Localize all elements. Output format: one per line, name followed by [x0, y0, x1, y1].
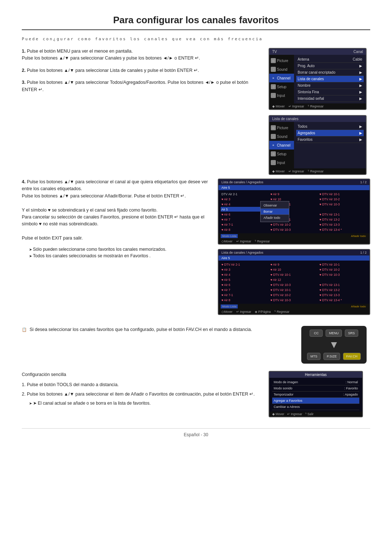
aggr-cell: ♥ DTV Air 2-1 [221, 262, 269, 267]
aggr-cell: ♥ Air 4 [221, 272, 269, 277]
menu-intensidad-label: Intensidad señal [298, 97, 324, 101]
p2-sound-icon: ♪ [271, 134, 276, 139]
tv-panel-1-header-right: Canal [354, 50, 363, 54]
menu-antena[interactable]: Antena Cable [296, 56, 364, 63]
remote-btn-cc[interactable]: CC [310, 330, 323, 337]
aggr-panel-1: Lista de canales / Agregados 1 / 2 Aire … [218, 179, 370, 245]
menu-borrar-canal[interactable]: Borrar canal encriptado ▶ [296, 69, 364, 76]
input-icon: → [271, 93, 276, 98]
tools-cambiar-aereos[interactable]: Cambiar a Aéreos [272, 404, 359, 410]
menu-sintonia[interactable]: Sintonía Fina ▶ [296, 89, 364, 95]
aggr-footer-mover: ◇Mover [221, 240, 233, 243]
aggr-panel-2: Lista de canales / Agregados 1 / 2 Aire … [218, 249, 370, 315]
p2-sidebar-setup[interactable]: ⚙ Setup [269, 150, 294, 158]
sound-icon: ♪ [271, 67, 276, 72]
menu-todos[interactable]: Todos ▶ [296, 123, 364, 130]
remote-btn-psize[interactable]: P.SIZE [323, 353, 340, 360]
aggr-cell: ♥ DTV Air 10-1 [270, 287, 318, 292]
p2-sidebar-sound[interactable]: ♪ Sound [269, 132, 294, 141]
setup-icon: ⚙ [271, 84, 276, 89]
sidebar-setup[interactable]: ⚙ Setup [269, 82, 294, 91]
tv-panel-2-body: ▤ Picture ♪ Sound ≡ Channel ⚙ Setup [269, 122, 366, 168]
step-3-text: Pulse los botones ▲/▼ para seleccionar T… [22, 80, 248, 92]
aggr-cell: ♥ Air 9 [270, 192, 318, 196]
tools-modo-sonido[interactable]: Modo sonido : Favorito [272, 385, 359, 392]
step-4-text3: Y el símbolo ♥ se sobreindicará y el can… [22, 208, 158, 213]
p2-sidebar-channel[interactable]: ≡ Channel [269, 141, 294, 150]
menu-sintonia-value: ▶ [359, 90, 362, 94]
sidebar-input[interactable]: → Input [269, 91, 294, 100]
step-1: 1. Pulse el botón MENU para ver el menoe… [22, 48, 261, 62]
aggr2-footer-regresar: ⁵ Regresar [274, 310, 289, 314]
ctx-borrar[interactable]: Borrar [261, 209, 289, 215]
remote-row-top: CC MENU SRS [310, 330, 358, 337]
aggr-cell: ♥ DTV Air 13-1 [319, 282, 367, 287]
tv-menu-panel-1: TV Canal ▤ Picture ♪ Sound ≡ Channel [269, 48, 367, 110]
menu-antena-value: Cable [353, 57, 362, 61]
anadir-todo-2: Añadir todo [350, 304, 367, 308]
sidebar-channel[interactable]: ≡ Channel [269, 74, 294, 82]
simple-config-title: Configuración sencilla [22, 371, 261, 378]
tools-panel-footer: ◆ Mover ↵ Ingresar ⁵ Salir [269, 412, 362, 417]
remote-btn-mts[interactable]: MTS [307, 353, 320, 360]
step-1-text1: Pulse el botón MENU para ver el menoe en… [27, 49, 133, 54]
bottom-flex: Configuración sencilla 1. Pulse el botón… [22, 371, 370, 417]
tv-panel-1-menu: Antena Cable Prog. Auto ▶ Borrar canal e… [294, 55, 366, 103]
aggr2-footer-mover: ◇Mover [221, 310, 233, 314]
tools-modo-imagen[interactable]: Modo de imagen : Normal [272, 379, 359, 385]
sidebar-channel-label: Channel [277, 76, 290, 80]
menu-intensidad[interactable]: Intensidad señal ▶ [296, 95, 364, 102]
menu-agregados[interactable]: Agregados ▶ [296, 130, 364, 136]
remote-arrow-down: ▼ [329, 339, 339, 351]
menu-prog-auto[interactable]: Prog. Auto ▶ [296, 63, 364, 69]
tools-agregar-favoritos[interactable]: Agregar a Favoritos [272, 398, 359, 404]
sidebar-picture[interactable]: ▤ Picture [269, 56, 294, 65]
menu-nombre[interactable]: Nombre ▶ [296, 82, 364, 89]
tools-temporizador[interactable]: Temporizador : Apagado [272, 392, 359, 398]
sidebar-sound[interactable]: ♪ Sound [269, 65, 294, 74]
aggr-cell: ♥ DTV Air 13-3 [319, 292, 367, 297]
aggr-cell: ♥ DTV Air 13-3 [319, 222, 367, 227]
aggr-cell: ♥ DTV Air 10-2 [319, 197, 367, 201]
aggr-cell: ♥ Air 7-1 [221, 222, 269, 227]
aggr-cell: ♥ DTV Air 10-3 [270, 282, 318, 287]
p2-sidebar-input[interactable]: → Input [269, 158, 294, 167]
aggr-cell [319, 207, 367, 212]
aggr-panel-1-bottom-bar: Modo Lista Añadir todo [219, 233, 369, 239]
aggr-cell: ♥ Air 7-1 [221, 292, 269, 297]
aggr-cell: ♥ DTV Air 10-3 [319, 272, 367, 277]
picture-icon: ▤ [271, 58, 276, 63]
p2-sidebar-picture[interactable]: ▤ Picture [269, 123, 294, 132]
ctx-anadir[interactable]: Añadir todo [261, 215, 289, 221]
remote-btn-srs[interactable]: SRS [345, 330, 358, 337]
menu-nombre-label: Nombre [298, 83, 311, 87]
p2-picture-icon: ▤ [271, 125, 276, 130]
tools-modo-sonido-val: : Favorito [344, 386, 358, 390]
menu-todos-label: Todos [298, 124, 307, 128]
note-icon: 📋 [22, 327, 27, 332]
tools-modo-sonido-label: Modo sonido [274, 386, 293, 390]
menu-prog-label: Prog. Auto [298, 64, 315, 68]
aggr-cell: ♥ DTV Air 13-2 [319, 287, 367, 292]
simple-config-note: ➤ El canal actual se añade o se borra en… [29, 400, 261, 407]
aggr-cell: ♥ DTV Air 10-2 [319, 267, 367, 272]
menu-favoritos[interactable]: Favoritos ▶ [296, 136, 364, 143]
remote-area: 📋 Si desea seleccionar los canales favor… [22, 326, 370, 364]
menu-favoritos-label: Favoritos [298, 138, 313, 142]
channel-icon: ≡ [271, 75, 276, 81]
tv-menu-panel-2: Lista de canales ▤ Picture ♪ Sound ≡ Cha… [269, 115, 367, 175]
tools-panel: Herramientas Modo de imagen : Normal Mod… [269, 371, 363, 417]
remote-btn-favch[interactable]: FAV.CH [343, 353, 361, 360]
remote-image: CC MENU SRS ▼ MTS P.SIZE FAV.CH [298, 326, 370, 364]
modo-lista-2: Modo Lista [221, 304, 238, 308]
tv-panel-2-footer: ◆ Mover ↵ Ingresar ⁵ Regresar [269, 168, 366, 174]
aggr-panel-1-page: 1 / 2 [360, 180, 367, 184]
menu-sintonia-label: Sintonía Fina [298, 90, 319, 94]
remote-btn-menu[interactable]: MENU [326, 330, 342, 337]
ctx-observar[interactable]: Observar [261, 202, 289, 209]
menu-lista-canales[interactable]: Lista de canales ▶ [296, 76, 364, 82]
sidebar-input-label: Input [277, 94, 285, 98]
tv-panel-1-sidebar: ▤ Picture ♪ Sound ≡ Channel ⚙ Setup [269, 55, 294, 103]
step-2-num: 2. [22, 68, 25, 73]
aggr-panel-1-header-label: Lista de canales / Agregados [221, 180, 264, 184]
